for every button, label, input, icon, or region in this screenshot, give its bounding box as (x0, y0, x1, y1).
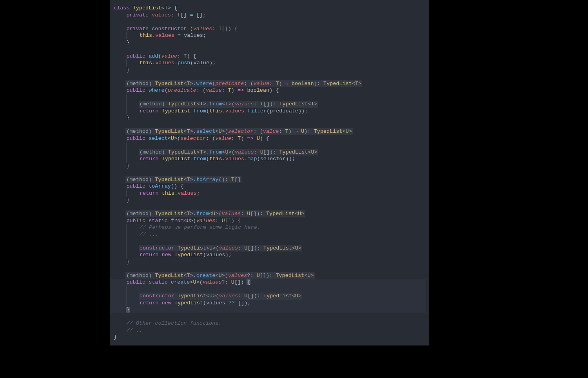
code-line[interactable]: public where(predicate: (value: T) => bo… (110, 87, 426, 94)
code-line[interactable]: public static from<U>(values: U[]) { (110, 217, 426, 224)
inlay-hint: constructor TypedList<U>(values: U[]): T… (110, 293, 426, 300)
code-editor[interactable]: class TypedList<T> { private values: T[]… (110, 0, 429, 345)
code-line[interactable]: public select<U>(selector: (value: T) =>… (110, 135, 426, 142)
code-line[interactable]: return TypedList.from(this.values.filter… (110, 108, 426, 115)
code-line[interactable]: // ... (110, 231, 426, 238)
code-line[interactable]: } (110, 114, 426, 121)
code-line[interactable] (110, 73, 426, 80)
code-line[interactable]: } (110, 306, 426, 313)
code-line[interactable]: } (110, 163, 426, 170)
code-line[interactable]: public add(value: T) { (110, 53, 426, 60)
inlay-hint: (method) TypedList<T>.where(predicate: (… (110, 80, 426, 87)
code-line[interactable]: private values: T[] = []; (110, 12, 426, 19)
code-line[interactable]: } (110, 197, 426, 204)
code-line[interactable]: class TypedList<T> { (110, 5, 426, 12)
inlay-hint: (method) TypedList<T>.select<U>(selector… (110, 128, 426, 135)
code-line[interactable] (110, 169, 426, 176)
code-line[interactable] (110, 121, 426, 128)
code-line[interactable]: } (110, 39, 426, 46)
code-line[interactable]: } (110, 67, 426, 74)
code-line[interactable]: private constructor (values: T[]) { (110, 25, 426, 33)
inlay-hint: (method) TypedList<T>.from<U>(values: U[… (110, 149, 426, 156)
code-line[interactable]: } (110, 334, 426, 341)
code-line[interactable]: public toArray() { (110, 183, 426, 190)
inlay-hint: (method) TypedList<T>.from<T>(values: T[… (110, 101, 426, 108)
code-line[interactable] (110, 313, 426, 320)
code-line[interactable]: this.values = values; (110, 32, 426, 39)
inlay-hint: (method) TypedList<T>.toArray(): T[] (110, 176, 426, 183)
code-line[interactable] (110, 18, 426, 25)
code-line[interactable]: // .. (110, 327, 426, 334)
inlay-hint: constructor TypedList<U>(values: U[]): T… (110, 245, 426, 252)
code-line[interactable]: this.values.push(value); (110, 60, 426, 67)
code-line[interactable]: // Perhaps we perform some logic here. (110, 224, 426, 231)
code-line[interactable]: return this.values; (110, 190, 426, 197)
code-line[interactable]: } (110, 259, 426, 266)
inlay-hint: (method) TypedList<T>.from<U>(values: U[… (110, 210, 426, 217)
code-line[interactable] (110, 142, 426, 149)
code-line[interactable] (110, 204, 426, 211)
code-line-active[interactable]: return new TypedList(values ?? []); (110, 300, 426, 307)
code-line[interactable]: return new TypedList(values); (110, 251, 426, 259)
code-line[interactable] (110, 265, 426, 272)
code-line[interactable] (110, 46, 426, 53)
code-line[interactable] (110, 286, 426, 293)
code-line[interactable]: return TypedList.from(this.values.map(se… (110, 156, 426, 163)
inlay-hint: (method) TypedList<T>.create<U>(values?:… (110, 272, 426, 279)
code-line[interactable]: // Other collection functions. (110, 320, 426, 327)
code-line[interactable]: public static create<U>(values?: U[]) { (110, 279, 426, 286)
code-line[interactable] (110, 94, 426, 101)
code-line[interactable] (110, 238, 426, 245)
